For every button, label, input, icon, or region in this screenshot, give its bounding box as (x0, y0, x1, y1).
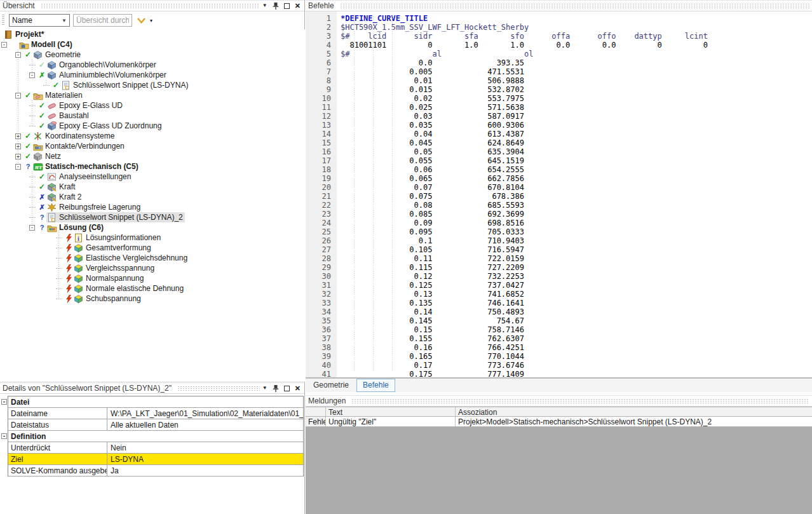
tree-item-label: Statisch-mechanisch (C5) (43, 162, 140, 171)
outline-panel-header: Übersicht ▼ ✕ (0, 0, 304, 11)
tree-connector (43, 80, 51, 90)
tree-item[interactable]: Vergleichsspannung (0, 263, 305, 273)
messages-empty-area (306, 427, 812, 514)
details-category-label: Datei (8, 396, 32, 407)
tree-item[interactable]: +✓ Kontakte/Verbindungen (0, 141, 305, 151)
category-collapse-icon[interactable]: - (1, 433, 7, 439)
more-options-caret-icon[interactable]: ▾ (150, 18, 152, 24)
tree-item[interactable]: ✓CSchlüsselwort Snippet (LS-DYNA) (0, 80, 305, 90)
tree-item[interactable]: Normale elastische Dehnung (0, 283, 305, 294)
details-row-value[interactable]: LS-DYNA (107, 454, 303, 464)
tab-geometrie[interactable]: Geometrie (307, 379, 355, 392)
chevron-down-icon[interactable]: ▼ (262, 385, 267, 391)
tree-expander[interactable]: - (29, 70, 37, 80)
close-icon[interactable]: ✕ (295, 3, 301, 9)
tree-item[interactable]: Gesamtverformung (0, 243, 305, 253)
panel-header-texture (351, 398, 809, 404)
tree-item[interactable]: -✗ Aluminiumblech\Volumenkörper (0, 70, 305, 80)
tree-item-label: Organoblech\Volumenkörper (57, 60, 158, 69)
details-row-value[interactable]: Nein (107, 442, 303, 453)
details-row-value[interactable]: W:\PA_LKT_Jaeger\01_Simulation\02_Materi… (107, 408, 303, 419)
tree-item-label: Epoxy E-Glass UD Zuordnung (57, 121, 163, 130)
maximize-icon[interactable] (284, 3, 290, 9)
tree-item[interactable]: ✓ Epoxy E-Glass UD Zuordnung (0, 121, 305, 131)
status-x-green-icon: ✗ (37, 70, 46, 80)
tree-item[interactable]: ✓Analyseeinstellungen (0, 172, 305, 182)
tree-item-label: Schlüsselwort Snippet (LS-DYNA)_2 (57, 213, 185, 222)
tree-item[interactable]: ✓ Kraft (0, 182, 305, 192)
tree-expander[interactable]: - (15, 90, 24, 100)
tree-item-label: Kontakte/Verbindungen (43, 142, 126, 151)
status-check-icon: ✓ (51, 80, 60, 90)
tree-item[interactable]: iLösungsinformationen (0, 233, 305, 243)
tree-expander[interactable]: - (1, 39, 10, 50)
tree-item[interactable]: - Modell (C4) (0, 39, 305, 50)
commands-code-editor[interactable]: 1 2 3 4 5 6 7 8 9 10 11 12 13 14 15 16 1… (306, 11, 812, 378)
tree-item[interactable]: +✓Koordinatensysteme (0, 131, 305, 141)
tree-expander[interactable]: - (15, 50, 24, 60)
tree-connector (29, 172, 37, 182)
tree-expander[interactable]: + (15, 151, 24, 161)
code-lines: *DEFINE_CURVE_TITLE$HCT590X_1.5mm_SSV_LW… (337, 11, 812, 377)
tree-expander[interactable]: + (15, 141, 24, 151)
tree-item[interactable]: -? Lösung (C6) (0, 222, 305, 233)
code-line: 0.09 698.8516 (337, 219, 812, 227)
tree-item[interactable]: Schubspannung (0, 294, 305, 304)
details-row-label: Dateistatus (8, 419, 107, 430)
message-text: Ungültig "Ziel" (326, 417, 456, 426)
status-x-blue-icon: ✗ (37, 202, 46, 212)
tree-item[interactable]: -?πτStatisch-mechanisch (C5) (0, 161, 305, 172)
details-category-label: Definition (8, 431, 48, 442)
status-question-icon: ? (24, 161, 32, 172)
maximize-icon[interactable] (284, 386, 290, 391)
tree-item[interactable]: ✓ Organoblech\Volumenkörper (0, 60, 305, 70)
svg-text:C: C (51, 216, 55, 222)
tree-item-label: Normalspannung (84, 274, 145, 283)
tree-item-label: Koordinatensysteme (43, 132, 116, 140)
tree-item[interactable]: -✓ Materialien (0, 90, 305, 100)
tree-item[interactable]: ✓Baustahl (0, 111, 305, 121)
code-line: 0.015 532.8702 (337, 85, 812, 94)
outline-search-input[interactable] (73, 14, 132, 27)
message-row[interactable]: FehlerUngültig "Ziel"Projekt>Modell>Stat… (306, 417, 812, 427)
tree-expander[interactable]: - (29, 222, 37, 233)
tree-item-label: Lösungsinformationen (84, 233, 163, 242)
tree-item[interactable]: Normalspannung (0, 273, 305, 283)
pin-icon[interactable] (273, 384, 279, 393)
category-collapse-icon[interactable]: - (1, 399, 7, 405)
details-row-value[interactable]: Alle aktuellen Daten (107, 419, 303, 430)
tree-item[interactable]: ?CSchlüsselwort Snippet (LS-DYNA)_2 (0, 212, 305, 222)
tab-befehle[interactable]: Befehle (356, 379, 395, 392)
tree-item[interactable]: ✗Reibungsfreie Lagerung (0, 202, 305, 212)
tree-item[interactable]: Elastische Vergleichsdehnung (0, 253, 305, 263)
code-line: 0.11 722.0159 (337, 254, 812, 263)
code-line: *DEFINE_CURVE_TITLE (337, 14, 812, 23)
tree-connector (29, 60, 37, 70)
status-check-icon: ✓ (37, 100, 46, 111)
result-icon (73, 254, 84, 263)
tree-item[interactable]: -✓ Geometrie (0, 50, 305, 60)
status-check-icon: ✓ (37, 182, 46, 192)
pin-icon[interactable] (273, 2, 279, 10)
svg-text:i: i (78, 234, 79, 241)
code-line: 0.075 678.386 (337, 192, 812, 201)
tree-item[interactable]: ✓Epoxy E-Glass UD (0, 100, 305, 111)
details-row-value[interactable]: Ja (107, 465, 303, 476)
messages-col-text: Text (326, 407, 456, 416)
tree-item[interactable]: Projekt* (0, 29, 305, 39)
close-icon[interactable]: ✕ (295, 385, 301, 391)
support-icon (46, 203, 57, 212)
code-line: 0.1 710.9403 (337, 236, 812, 245)
tree-expander[interactable]: + (15, 131, 24, 141)
tree-item[interactable]: ✗ Kraft 2 (0, 192, 305, 202)
expand-chevron-icon[interactable] (137, 17, 146, 24)
tree-expander[interactable]: - (15, 161, 24, 172)
chevron-down-icon[interactable]: ▼ (262, 3, 267, 9)
tree-item[interactable]: +✓ Netz (0, 151, 305, 161)
filter-type-dropdown[interactable]: Name ▼ (9, 14, 70, 27)
code-line: 0.045 624.8649 (337, 139, 812, 147)
toolbar-grip-handle[interactable] (2, 15, 4, 26)
messages-header-row: TextAssoziation (306, 407, 812, 417)
code-line: 0.04 613.4387 (337, 130, 812, 139)
tree-item-label: Kraft 2 (57, 193, 83, 201)
